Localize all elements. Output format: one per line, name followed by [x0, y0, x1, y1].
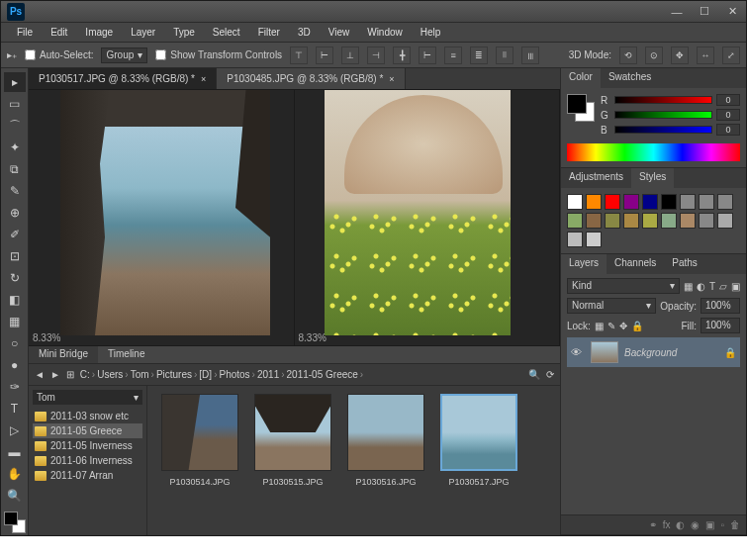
color-swatch[interactable] — [4, 512, 26, 533]
blue-slider[interactable] — [614, 126, 712, 134]
crumb-item[interactable]: 2011-05 Greece — [287, 369, 358, 380]
close-tab-icon[interactable]: × — [201, 74, 206, 84]
tab-paths[interactable]: Paths — [664, 254, 705, 274]
tab-minibridge[interactable]: Mini Bridge — [29, 346, 98, 363]
brush-tool[interactable]: ✐ — [4, 225, 26, 244]
zoom-tool[interactable]: 🔍 — [4, 486, 26, 506]
filter-smart-icon[interactable]: ▣ — [731, 281, 740, 292]
menu-edit[interactable]: Edit — [43, 25, 75, 40]
eyedropper-tool[interactable]: ✎ — [4, 181, 26, 201]
green-slider[interactable] — [614, 111, 712, 119]
folder-item[interactable]: 2011-03 snow etc — [33, 409, 142, 423]
tab-layers[interactable]: Layers — [561, 254, 607, 274]
style-swatch[interactable] — [642, 194, 658, 210]
lasso-tool[interactable]: ⌒ — [4, 116, 26, 136]
wand-tool[interactable]: ✦ — [4, 138, 26, 157]
style-swatch[interactable] — [699, 194, 714, 210]
distribute-icon[interactable]: ⫴ — [496, 47, 514, 64]
bridge-icon[interactable]: ⊞ — [66, 369, 74, 380]
lock-pos-icon[interactable]: ✥ — [619, 321, 627, 331]
align-left-icon[interactable]: ⊣ — [367, 47, 385, 64]
align-hcenter-icon[interactable]: ╋ — [393, 47, 411, 64]
style-swatch[interactable] — [605, 213, 620, 229]
thumbnail[interactable]: P1030516.JPG — [347, 394, 424, 487]
style-swatch[interactable] — [623, 213, 639, 229]
close-tab-icon[interactable]: × — [389, 74, 394, 84]
filter-pixel-icon[interactable]: ▦ — [684, 281, 693, 292]
forward-icon[interactable]: ► — [50, 369, 60, 380]
fill-input[interactable]: 100% — [700, 318, 740, 333]
tab-channels[interactable]: Channels — [607, 254, 664, 274]
kind-filter[interactable]: Kind▾ — [567, 278, 680, 294]
red-value[interactable]: 0 — [716, 94, 740, 106]
3d-slide-icon[interactable]: ↔ — [697, 47, 714, 64]
style-swatch[interactable] — [642, 213, 658, 229]
zoom-level[interactable]: 8.33% — [33, 332, 60, 343]
align-right-icon[interactable]: ⊢ — [419, 47, 436, 64]
style-swatch[interactable] — [680, 194, 696, 210]
style-swatch[interactable] — [661, 194, 677, 210]
blendmode-dropdown[interactable]: Normal▾ — [567, 298, 656, 314]
style-swatch[interactable] — [567, 194, 583, 210]
menu-layer[interactable]: Layer — [123, 25, 163, 40]
menu-3d[interactable]: 3D — [290, 25, 319, 40]
dodge-tool[interactable]: ● — [4, 355, 26, 375]
layer-item[interactable]: 👁 Background 🔒 — [567, 337, 740, 367]
distribute-icon[interactable]: ≡ — [444, 47, 462, 64]
style-swatch[interactable] — [586, 213, 602, 229]
3d-roll-icon[interactable]: ⊙ — [645, 47, 663, 64]
3d-rotate-icon[interactable]: ⟲ — [619, 47, 637, 64]
path-tool[interactable]: ▷ — [4, 420, 26, 440]
style-swatch[interactable] — [567, 213, 583, 229]
marquee-tool[interactable]: ▭ — [4, 94, 26, 114]
crumb-item[interactable]: C: — [80, 369, 90, 380]
tab-swatches[interactable]: Swatches — [601, 68, 659, 88]
layer-name[interactable]: Background — [624, 347, 718, 358]
type-tool[interactable]: T — [4, 399, 26, 419]
filter-adjust-icon[interactable]: ◐ — [697, 281, 705, 292]
tab-timeline[interactable]: Timeline — [98, 346, 154, 363]
close-button[interactable]: ✕ — [718, 3, 746, 21]
align-bottom-icon[interactable]: ⊥ — [341, 47, 359, 64]
heal-tool[interactable]: ⊕ — [4, 203, 26, 223]
lock-all-icon[interactable]: 🔒 — [631, 321, 643, 331]
back-icon[interactable]: ◄ — [35, 369, 45, 380]
folder-item[interactable]: 2011-05 Inverness — [33, 438, 142, 453]
fx-icon[interactable]: fx — [663, 519, 671, 530]
pen-tool[interactable]: ✑ — [4, 377, 26, 397]
shape-tool[interactable]: ▬ — [4, 442, 26, 462]
autoselect-checkbox[interactable]: Auto-Select: — [25, 49, 93, 60]
crop-tool[interactable]: ⧉ — [4, 159, 26, 179]
visibility-icon[interactable]: 👁 — [571, 346, 585, 358]
filter-shape-icon[interactable]: ▱ — [719, 281, 727, 292]
tab-styles[interactable]: Styles — [631, 168, 674, 188]
style-swatch[interactable] — [717, 194, 733, 210]
distribute-icon[interactable]: ⫼ — [521, 47, 539, 64]
document-view[interactable]: 8.33% — [295, 90, 561, 345]
document-view[interactable]: 8.33% — [29, 90, 295, 345]
trash-icon[interactable]: 🗑 — [730, 519, 740, 530]
tab-color[interactable]: Color — [561, 68, 601, 88]
maximize-button[interactable]: ☐ — [691, 3, 718, 21]
show-transform-checkbox[interactable]: Show Transform Controls — [155, 49, 282, 60]
adjustment-icon[interactable]: ◉ — [691, 519, 700, 530]
style-swatch[interactable] — [586, 232, 602, 247]
history-tool[interactable]: ↻ — [4, 268, 26, 288]
lock-trans-icon[interactable]: ▦ — [595, 321, 604, 331]
color-picker[interactable] — [567, 94, 595, 122]
thumbnail[interactable]: P1030514.JPG — [161, 394, 238, 487]
style-swatch[interactable] — [699, 213, 714, 229]
folder-item[interactable]: 2011-07 Arran — [33, 468, 142, 483]
link-icon[interactable]: ⚭ — [649, 519, 657, 530]
crumb-item[interactable]: Photos — [219, 369, 249, 380]
style-swatch[interactable] — [567, 232, 583, 247]
style-swatch[interactable] — [605, 194, 620, 210]
autoselect-dropdown[interactable]: Group▾ — [101, 47, 147, 63]
document-tab[interactable]: P1030485.JPG @ 8.33% (RGB/8) *× — [217, 68, 405, 89]
menu-view[interactable]: View — [321, 25, 358, 40]
tab-adjustments[interactable]: Adjustments — [561, 168, 631, 188]
mask-icon[interactable]: ◐ — [676, 519, 685, 530]
folder-item[interactable]: 2011-06 Inverness — [33, 453, 142, 468]
source-dropdown[interactable]: Tom▾ — [33, 390, 142, 405]
refresh-icon[interactable]: ⟳ — [546, 369, 554, 380]
